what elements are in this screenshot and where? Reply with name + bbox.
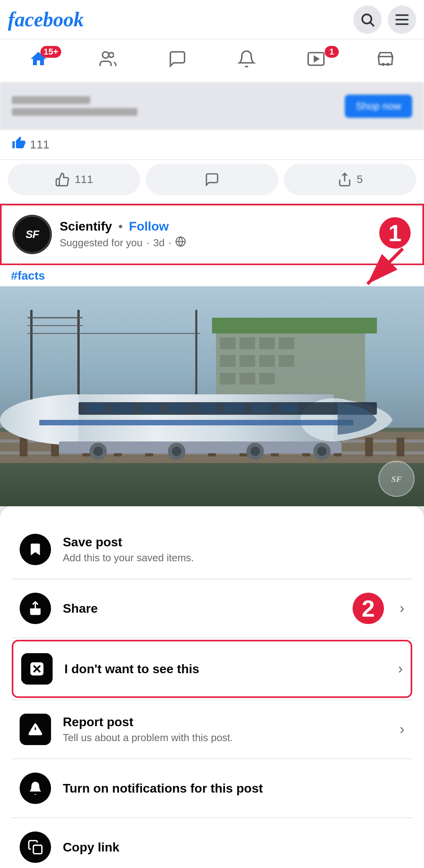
dont-want-chevron: › <box>398 661 403 677</box>
svg-rect-38 <box>20 438 27 456</box>
divider-2 <box>12 637 412 638</box>
divider-1 <box>12 579 412 579</box>
svg-rect-20 <box>220 355 236 367</box>
comment-button[interactable] <box>146 164 278 195</box>
dont-want-item[interactable]: I don't want to see this › <box>12 640 412 698</box>
train-image: SF <box>0 286 424 506</box>
suggested-text: Suggested for you <box>60 237 143 249</box>
copy-link-icon-wrap <box>20 831 51 863</box>
save-post-item[interactable]: Save post Add this to your saved items. <box>12 522 412 577</box>
notification-bell-icon <box>27 780 43 796</box>
ad-text <box>12 96 137 116</box>
video-icon <box>307 49 325 72</box>
like-number: 111 <box>30 138 49 151</box>
divider-5 <box>12 817 412 818</box>
save-post-icon-wrap <box>20 534 51 565</box>
svg-rect-57 <box>141 403 161 413</box>
copy-link-item[interactable]: Copy link <box>12 820 412 868</box>
sub-dot: · <box>146 237 149 249</box>
header: facebook <box>0 0 424 39</box>
dont-want-text: I don't want to see this <box>64 662 386 676</box>
divider-3 <box>12 700 412 700</box>
bottom-sheet: Save post Add this to your saved items. … <box>0 506 424 868</box>
svg-rect-59 <box>196 403 216 413</box>
svg-rect-56 <box>114 403 133 413</box>
hashtag-text[interactable]: #facts <box>11 269 45 282</box>
post-time: 3d <box>153 237 164 249</box>
svg-rect-60 <box>224 403 243 413</box>
svg-rect-16 <box>220 337 236 349</box>
report-post-title: Report post <box>63 715 388 729</box>
globe-icon <box>175 236 186 250</box>
dont-want-title: I don't want to see this <box>64 662 386 676</box>
header-icons <box>353 5 416 34</box>
svg-rect-23 <box>279 355 294 367</box>
svg-rect-62 <box>279 403 298 413</box>
copy-link-title: Copy link <box>63 840 404 855</box>
share-button[interactable]: 5 <box>284 164 416 195</box>
svg-rect-25 <box>239 373 255 385</box>
report-post-chevron: › <box>400 721 404 738</box>
svg-rect-19 <box>279 337 294 349</box>
follow-button[interactable]: Follow <box>129 219 169 234</box>
svg-point-0 <box>362 14 371 23</box>
svg-rect-58 <box>169 403 188 413</box>
share-icon-wrap <box>20 593 51 624</box>
nav-video[interactable]: 1 <box>289 45 344 77</box>
search-button[interactable] <box>353 5 382 34</box>
hashtag-row: #facts <box>0 265 424 286</box>
share-text: Share <box>63 601 341 616</box>
save-post-title: Save post <box>63 535 404 549</box>
share-icon <box>27 601 43 616</box>
svg-rect-26 <box>259 373 275 385</box>
more-options-button[interactable]: ··· <box>391 222 411 247</box>
svg-point-72 <box>317 447 327 456</box>
bell-icon <box>237 49 256 72</box>
annotation-number-2: 2 <box>353 593 384 624</box>
svg-rect-27 <box>212 318 377 333</box>
post-image: SF <box>0 286 424 506</box>
svg-point-8 <box>387 64 389 65</box>
share-chevron: › <box>400 600 404 617</box>
post-subtitle: Suggested for you · 3d · <box>60 236 186 250</box>
share-item[interactable]: Share 2 › <box>12 581 412 636</box>
svg-text:SF: SF <box>391 474 402 484</box>
svg-point-66 <box>93 447 103 456</box>
marketplace-icon <box>376 49 395 72</box>
nav-notifications[interactable] <box>219 45 274 77</box>
nav-marketplace[interactable] <box>358 45 413 77</box>
svg-rect-50 <box>397 438 404 456</box>
home-badge: 15+ <box>40 46 61 58</box>
share-label: 5 <box>357 173 363 186</box>
reactions-row: 111 <box>0 130 424 160</box>
report-post-item[interactable]: Report post Tell us about a problem with… <box>12 702 412 757</box>
divider-4 <box>12 758 412 759</box>
bookmark-icon <box>27 542 43 557</box>
post-header-left: SF Scientify • Follow Suggested for you … <box>13 215 186 254</box>
notifications-icon-wrap <box>20 773 51 804</box>
nav-friends[interactable] <box>80 45 135 77</box>
svg-rect-49 <box>365 438 373 456</box>
like-button[interactable]: 111 <box>8 164 140 195</box>
ad-button[interactable]: Shop now <box>345 95 412 118</box>
menu-button[interactable] <box>388 5 416 34</box>
svg-rect-21 <box>239 355 255 367</box>
video-badge: 1 <box>325 46 339 58</box>
nav-home[interactable]: 15+ <box>11 45 66 77</box>
nav-messenger[interactable] <box>150 45 205 77</box>
friends-icon <box>99 49 117 72</box>
like-label: 111 <box>75 173 93 186</box>
svg-line-1 <box>371 22 374 26</box>
report-post-text: Report post Tell us about a problem with… <box>63 715 388 744</box>
svg-rect-22 <box>259 355 275 367</box>
notifications-item[interactable]: Turn on notifications for this post <box>12 761 412 816</box>
svg-point-68 <box>172 447 181 456</box>
svg-rect-18 <box>259 337 275 349</box>
post-header: SF Scientify • Follow Suggested for you … <box>0 204 424 265</box>
dot-separator: • <box>118 219 122 234</box>
nav-bar: 15+ <box>0 39 424 82</box>
messenger-icon <box>168 49 187 72</box>
thumbs-up-icon <box>12 136 26 153</box>
post-container: SF Scientify • Follow Suggested for you … <box>0 204 424 506</box>
alert-icon <box>27 722 43 737</box>
